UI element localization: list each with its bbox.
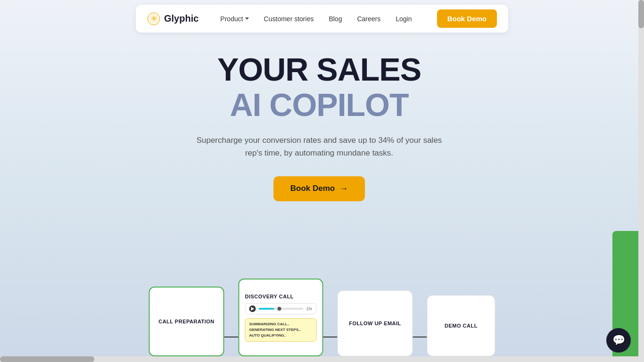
play-triangle-icon bbox=[251, 307, 255, 311]
pipeline-card-discovery-call: DISCOVERY CALL 1hr SUMMARIZING CALL.. GE… bbox=[239, 279, 323, 356]
summary-line-3: AUTO QUALIFYING.. bbox=[249, 333, 313, 338]
hero-title-line1: YOUR SALES bbox=[217, 52, 421, 87]
summary-line-2: GENERATING NEXT STEPS.. bbox=[249, 327, 313, 333]
chevron-down-icon bbox=[245, 17, 249, 20]
chat-icon: 💬 bbox=[612, 334, 625, 346]
audio-fill bbox=[259, 308, 274, 310]
horizontal-scrollbar[interactable] bbox=[0, 356, 638, 362]
arrow-right-icon: → bbox=[339, 184, 348, 194]
vertical-scrollbar[interactable] bbox=[638, 0, 644, 362]
horizontal-scrollbar-thumb[interactable] bbox=[0, 356, 94, 362]
scrollbar-thumb[interactable] bbox=[638, 0, 644, 28]
audio-progress-bar bbox=[259, 308, 304, 310]
pipeline-section: CALL PREPARATION DISCOVERY CALL 1hr SUMM… bbox=[149, 279, 495, 356]
nav-book-demo-button[interactable]: Book Demo bbox=[437, 9, 497, 28]
summary-line-1: SUMMARIZING CALL.. bbox=[249, 321, 313, 327]
audio-player: 1hr bbox=[245, 303, 317, 314]
logo-link[interactable]: ✳ Glyphic bbox=[147, 12, 198, 25]
nav-links: Product Customer stories Blog Careers Lo… bbox=[214, 11, 429, 26]
nav-login[interactable]: Login bbox=[389, 11, 418, 26]
nav-product[interactable]: Product bbox=[214, 11, 255, 26]
pipeline-connector-1 bbox=[224, 337, 239, 337]
chat-support-button[interactable]: 💬 bbox=[606, 328, 631, 353]
hero-subtitle: Supercharge your conversion rates and sa… bbox=[187, 134, 451, 159]
navbar-wrapper: ✳ Glyphic Product Customer stories Blog … bbox=[136, 5, 508, 33]
pipeline-card-call-preparation: CALL PREPARATION bbox=[149, 287, 224, 356]
play-button-icon[interactable] bbox=[249, 305, 256, 312]
hero-section: YOUR SALES AI COPILOT Supercharge your c… bbox=[0, 52, 638, 201]
hero-title-line2: AI COPILOT bbox=[230, 87, 408, 123]
logo-icon: ✳ bbox=[147, 12, 160, 25]
discovery-summary-box: SUMMARIZING CALL.. GENERATING NEXT STEPS… bbox=[245, 318, 317, 342]
pipeline-card-follow-up-email: FOLLOW UP EMAIL bbox=[338, 290, 413, 356]
audio-scrubber[interactable] bbox=[277, 307, 281, 311]
pipeline-card-demo-call: DEMO CALL bbox=[427, 295, 495, 356]
pipeline-connector-3 bbox=[413, 337, 427, 337]
svg-text:✳: ✳ bbox=[151, 15, 157, 23]
brand-name: Glyphic bbox=[164, 13, 198, 24]
nav-customer-stories[interactable]: Customer stories bbox=[257, 11, 321, 26]
nav-careers[interactable]: Careers bbox=[350, 11, 387, 26]
nav-blog[interactable]: Blog bbox=[322, 11, 348, 26]
navbar: ✳ Glyphic Product Customer stories Blog … bbox=[136, 5, 508, 33]
hero-book-demo-button[interactable]: Book Demo → bbox=[273, 176, 365, 201]
pipeline-connector-2 bbox=[323, 337, 338, 337]
